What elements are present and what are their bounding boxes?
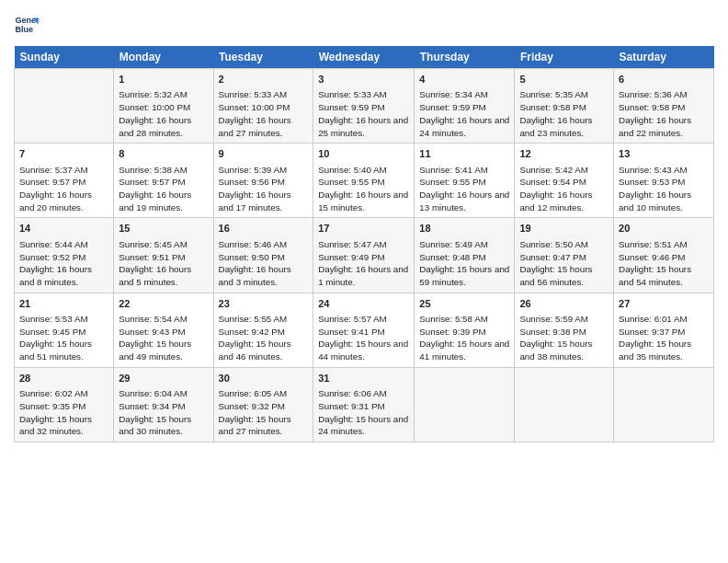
week-row-4: 21Sunrise: 5:53 AMSunset: 9:45 PMDayligh… (15, 293, 714, 367)
calendar-cell: 24Sunrise: 5:57 AMSunset: 9:41 PMDayligh… (313, 293, 415, 367)
day-info: Sunrise: 5:35 AMSunset: 9:58 PMDaylight:… (519, 88, 609, 139)
day-info: Sunrise: 5:38 AMSunset: 9:57 PMDaylight:… (119, 164, 208, 214)
calendar-cell: 4Sunrise: 5:34 AMSunset: 9:59 PMDaylight… (415, 69, 515, 144)
calendar-cell: 2Sunrise: 5:33 AMSunset: 10:00 PMDayligh… (213, 69, 313, 144)
day-number: 30 (219, 372, 309, 385)
day-number: 28 (19, 372, 108, 385)
week-row-1: 1Sunrise: 5:32 AMSunset: 10:00 PMDayligh… (15, 69, 714, 144)
weekday-header-wednesday: Wednesday (313, 46, 415, 69)
weekday-header-tuesday: Tuesday (213, 46, 313, 69)
calendar-cell: 14Sunrise: 5:44 AMSunset: 9:52 PMDayligh… (15, 218, 114, 293)
day-number: 19 (519, 222, 609, 236)
calendar-cell: 29Sunrise: 6:04 AMSunset: 9:34 PMDayligh… (114, 367, 213, 442)
calendar-cell: 1Sunrise: 5:32 AMSunset: 10:00 PMDayligh… (114, 69, 213, 144)
calendar-cell: 25Sunrise: 5:58 AMSunset: 9:39 PMDayligh… (415, 293, 515, 367)
calendar-cell: 22Sunrise: 5:54 AMSunset: 9:43 PMDayligh… (114, 293, 213, 367)
day-number: 31 (318, 372, 409, 385)
day-info: Sunrise: 5:46 AMSunset: 9:50 PMDaylight:… (219, 238, 309, 289)
day-number: 7 (19, 147, 108, 161)
calendar-cell: 17Sunrise: 5:47 AMSunset: 9:49 PMDayligh… (313, 218, 415, 293)
calendar-cell: 10Sunrise: 5:40 AMSunset: 9:55 PMDayligh… (313, 144, 415, 218)
calendar-cell (614, 367, 714, 442)
calendar-cell (515, 367, 614, 442)
weekday-header-friday: Friday (515, 46, 614, 69)
calendar-cell: 11Sunrise: 5:41 AMSunset: 9:55 PMDayligh… (415, 144, 515, 218)
day-info: Sunrise: 5:36 AMSunset: 9:58 PMDaylight:… (619, 88, 709, 139)
calendar-cell: 9Sunrise: 5:39 AMSunset: 9:56 PMDaylight… (213, 144, 313, 218)
day-number: 2 (219, 73, 309, 86)
calendar-cell: 16Sunrise: 5:46 AMSunset: 9:50 PMDayligh… (213, 218, 313, 293)
calendar-cell: 18Sunrise: 5:49 AMSunset: 9:48 PMDayligh… (415, 218, 515, 293)
day-info: Sunrise: 5:44 AMSunset: 9:52 PMDaylight:… (19, 238, 108, 289)
day-info: Sunrise: 5:43 AMSunset: 9:53 PMDaylight:… (619, 164, 709, 214)
day-info: Sunrise: 5:37 AMSunset: 9:57 PMDaylight:… (19, 164, 108, 214)
day-info: Sunrise: 5:50 AMSunset: 9:47 PMDaylight:… (519, 238, 609, 289)
svg-text:Blue: Blue (15, 25, 33, 34)
weekday-header-monday: Monday (114, 46, 213, 69)
day-info: Sunrise: 5:53 AMSunset: 9:45 PMDaylight:… (19, 313, 108, 363)
calendar-cell: 28Sunrise: 6:02 AMSunset: 9:35 PMDayligh… (15, 367, 114, 442)
week-row-5: 28Sunrise: 6:02 AMSunset: 9:35 PMDayligh… (15, 367, 714, 442)
day-number: 16 (219, 222, 309, 236)
day-number: 8 (119, 147, 208, 161)
calendar-cell: 30Sunrise: 6:05 AMSunset: 9:32 PMDayligh… (213, 367, 313, 442)
calendar-cell: 7Sunrise: 5:37 AMSunset: 9:57 PMDaylight… (15, 144, 114, 218)
calendar-cell: 13Sunrise: 5:43 AMSunset: 9:53 PMDayligh… (614, 144, 714, 218)
day-number: 6 (619, 73, 709, 86)
calendar-cell: 6Sunrise: 5:36 AMSunset: 9:58 PMDaylight… (614, 69, 714, 144)
day-number: 13 (619, 147, 709, 161)
week-row-2: 7Sunrise: 5:37 AMSunset: 9:57 PMDaylight… (15, 144, 714, 218)
day-number: 18 (419, 222, 509, 236)
day-number: 26 (519, 297, 609, 311)
day-info: Sunrise: 5:42 AMSunset: 9:54 PMDaylight:… (519, 164, 609, 214)
day-number: 11 (419, 147, 509, 161)
day-info: Sunrise: 5:32 AMSunset: 10:00 PMDaylight… (119, 88, 208, 139)
day-info: Sunrise: 5:40 AMSunset: 9:55 PMDaylight:… (318, 164, 409, 214)
day-number: 1 (119, 73, 208, 86)
day-number: 9 (219, 147, 309, 161)
day-number: 23 (219, 297, 309, 311)
calendar-cell: 27Sunrise: 6:01 AMSunset: 9:37 PMDayligh… (614, 293, 714, 367)
calendar-cell: 15Sunrise: 5:45 AMSunset: 9:51 PMDayligh… (114, 218, 213, 293)
logo: General Blue (14, 13, 43, 39)
day-info: Sunrise: 5:57 AMSunset: 9:41 PMDaylight:… (318, 313, 409, 363)
calendar-cell: 12Sunrise: 5:42 AMSunset: 9:54 PMDayligh… (515, 144, 614, 218)
week-row-3: 14Sunrise: 5:44 AMSunset: 9:52 PMDayligh… (15, 218, 714, 293)
calendar-cell: 8Sunrise: 5:38 AMSunset: 9:57 PMDaylight… (114, 144, 213, 218)
day-number: 20 (619, 222, 709, 236)
logo-icon: General Blue (14, 13, 40, 39)
day-info: Sunrise: 6:04 AMSunset: 9:34 PMDaylight:… (119, 387, 208, 438)
day-info: Sunrise: 5:47 AMSunset: 9:49 PMDaylight:… (318, 238, 409, 289)
day-number: 3 (318, 73, 409, 86)
calendar-table: SundayMondayTuesdayWednesdayThursdayFrid… (14, 46, 714, 442)
calendar-cell: 3Sunrise: 5:33 AMSunset: 9:59 PMDaylight… (313, 69, 415, 144)
weekday-header-thursday: Thursday (415, 46, 515, 69)
calendar-cell: 20Sunrise: 5:51 AMSunset: 9:46 PMDayligh… (614, 218, 714, 293)
day-info: Sunrise: 5:41 AMSunset: 9:55 PMDaylight:… (419, 164, 509, 214)
day-number: 15 (119, 222, 208, 236)
weekday-header-sunday: Sunday (15, 46, 114, 69)
day-number: 21 (19, 297, 108, 311)
day-number: 29 (119, 372, 208, 385)
day-number: 10 (318, 147, 409, 161)
day-info: Sunrise: 5:33 AMSunset: 10:00 PMDaylight… (219, 88, 309, 139)
day-info: Sunrise: 5:33 AMSunset: 9:59 PMDaylight:… (318, 88, 409, 139)
day-info: Sunrise: 5:39 AMSunset: 9:56 PMDaylight:… (219, 164, 309, 214)
weekday-header-saturday: Saturday (614, 46, 714, 69)
calendar-cell: 26Sunrise: 5:59 AMSunset: 9:38 PMDayligh… (515, 293, 614, 367)
calendar-cell: 21Sunrise: 5:53 AMSunset: 9:45 PMDayligh… (15, 293, 114, 367)
day-number: 4 (419, 73, 509, 86)
day-info: Sunrise: 5:34 AMSunset: 9:59 PMDaylight:… (419, 88, 509, 139)
day-info: Sunrise: 5:58 AMSunset: 9:39 PMDaylight:… (419, 313, 509, 363)
calendar-cell: 23Sunrise: 5:55 AMSunset: 9:42 PMDayligh… (213, 293, 313, 367)
day-info: Sunrise: 5:59 AMSunset: 9:38 PMDaylight:… (519, 313, 609, 363)
day-number: 22 (119, 297, 208, 311)
day-info: Sunrise: 5:49 AMSunset: 9:48 PMDaylight:… (419, 238, 509, 289)
calendar-cell (15, 69, 114, 144)
calendar-cell: 19Sunrise: 5:50 AMSunset: 9:47 PMDayligh… (515, 218, 614, 293)
day-info: Sunrise: 6:02 AMSunset: 9:35 PMDaylight:… (19, 387, 108, 438)
calendar-cell (415, 367, 515, 442)
day-number: 5 (519, 73, 609, 86)
page-container: General Blue SundayMondayTuesdayWednesda… (0, 0, 728, 452)
day-info: Sunrise: 5:51 AMSunset: 9:46 PMDaylight:… (619, 238, 709, 289)
